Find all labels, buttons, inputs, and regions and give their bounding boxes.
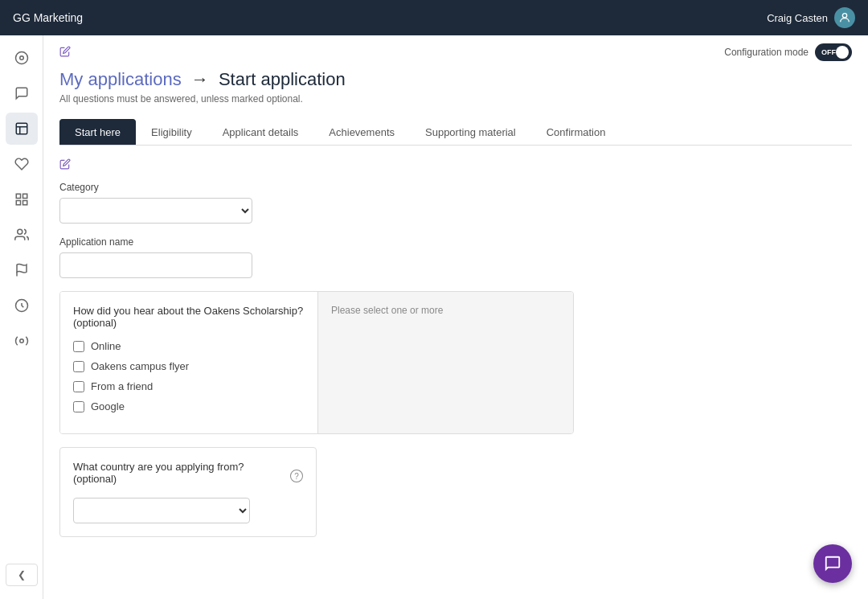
checkbox-flyer-input[interactable] [73, 361, 84, 372]
checkbox-friend-label[interactable]: From a friend [91, 380, 153, 392]
svg-point-8 [17, 229, 22, 234]
form-subtitle: All questions must be answered, unless m… [59, 93, 852, 105]
chat-button[interactable] [813, 544, 852, 583]
checkbox-flyer-label[interactable]: Oakens campus flyer [91, 360, 189, 372]
user-avatar [834, 7, 855, 28]
user-menu[interactable]: Craig Casten [767, 7, 855, 28]
scholarship-question-box: How did you hear about the Oakens Schola… [59, 291, 574, 434]
tab-start-here[interactable]: Start here [59, 119, 136, 145]
sidebar-item-dashboard[interactable] [6, 42, 38, 74]
country-select[interactable] [73, 498, 250, 523]
country-help-icon[interactable]: ? [290, 470, 303, 482]
sidebar-item-favorites[interactable] [6, 148, 38, 180]
category-field: Category [59, 182, 852, 224]
sidebar-item-settings[interactable] [6, 325, 38, 357]
sidebar-item-billing[interactable] [6, 289, 38, 322]
page-title: My applications → Start application [59, 69, 852, 90]
category-select[interactable] [59, 198, 252, 224]
checkbox-online-label[interactable]: Online [91, 340, 121, 352]
tab-bar: Start here Eligibility Applicant details… [59, 119, 852, 146]
checkbox-google: Google [73, 400, 305, 412]
top-navigation: GG Marketing Craig Casten [0, 0, 868, 35]
svg-rect-4 [16, 194, 20, 198]
checkbox-google-label[interactable]: Google [91, 400, 125, 412]
application-name-field: Application name [59, 236, 852, 278]
toggle-label: OFF [821, 48, 836, 56]
edit-icon-header[interactable] [59, 46, 71, 59]
config-mode-label: Configuration mode [724, 47, 809, 58]
svg-point-0 [842, 14, 846, 18]
category-label: Category [59, 182, 852, 193]
svg-rect-6 [23, 201, 27, 205]
svg-point-2 [19, 56, 23, 60]
configuration-mode-toggle[interactable]: Configuration mode OFF [724, 43, 852, 61]
breadcrumb-arrow: → [191, 69, 209, 89]
scholarship-question-title: How did you hear about the Oakens Schola… [73, 305, 305, 329]
breadcrumb-current: Start application [219, 69, 346, 89]
sidebar: ❮ [0, 35, 43, 599]
svg-rect-7 [16, 201, 20, 205]
sidebar-item-grid[interactable] [6, 183, 38, 215]
checkbox-friend-input[interactable] [73, 381, 84, 392]
sidebar-item-users[interactable] [6, 219, 38, 251]
tab-achievements[interactable]: Achievements [313, 119, 410, 145]
tab-supporting-material[interactable]: Supporting material [410, 119, 531, 145]
toggle-knob [836, 46, 849, 59]
chevron-left-icon: ❮ [18, 569, 26, 581]
svg-rect-3 [16, 123, 27, 134]
sidebar-collapse-button[interactable]: ❮ [6, 564, 38, 586]
edit-icon-section[interactable] [59, 158, 852, 172]
checkbox-flyer: Oakens campus flyer [73, 360, 305, 372]
sidebar-item-profile[interactable] [6, 113, 38, 145]
user-name: Craig Casten [767, 12, 828, 24]
scholarship-question-right: Please select one or more [317, 292, 573, 433]
header-bar: Configuration mode OFF [43, 35, 868, 66]
application-name-input[interactable] [59, 252, 252, 278]
tab-applicant-details[interactable]: Applicant details [207, 119, 314, 145]
tab-confirmation[interactable]: Confirmation [531, 119, 621, 145]
checkbox-online-input[interactable] [73, 341, 84, 352]
breadcrumb-link[interactable]: My applications [59, 69, 182, 89]
sidebar-item-flag[interactable] [6, 254, 38, 286]
checkbox-online: Online [73, 340, 305, 352]
tab-eligibility[interactable]: Eligibility [136, 119, 207, 145]
checkbox-google-input[interactable] [73, 401, 84, 412]
svg-point-11 [19, 339, 23, 343]
svg-point-1 [15, 52, 27, 64]
scholarship-placeholder: Please select one or more [331, 305, 560, 316]
form-area: Category Application name How did you he… [43, 146, 868, 566]
country-question-box: What country are you applying from? (opt… [59, 447, 317, 537]
app-logo: GG Marketing [13, 11, 83, 24]
svg-rect-5 [23, 194, 27, 198]
toggle-switch[interactable]: OFF [815, 43, 852, 61]
scholarship-question-left: How did you hear about the Oakens Schola… [60, 292, 317, 433]
application-name-label: Application name [59, 236, 852, 248]
sidebar-item-messages[interactable] [6, 77, 38, 109]
page-title-area: My applications → Start application All … [43, 66, 868, 111]
checkbox-friend: From a friend [73, 380, 305, 392]
main-content: Configuration mode OFF My applications →… [43, 35, 868, 599]
country-question-title: What country are you applying from? (opt… [73, 461, 287, 485]
